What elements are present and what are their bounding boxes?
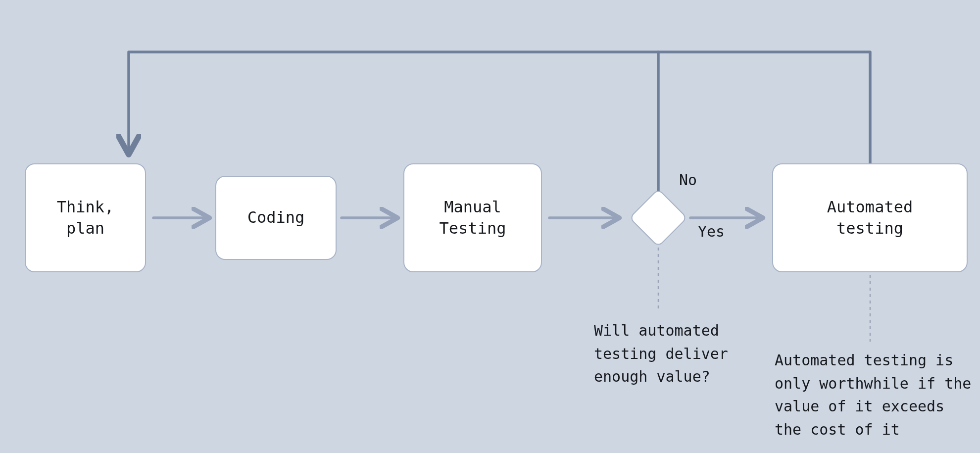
decision-label-yes: Yes bbox=[698, 223, 725, 240]
decision-label-no: No bbox=[679, 171, 697, 189]
node-automated-testing: Automated testing bbox=[772, 163, 968, 272]
decision-diamond-shape bbox=[629, 189, 688, 248]
node-label: Manual Testing bbox=[440, 197, 506, 239]
node-coding: Coding bbox=[215, 176, 337, 260]
node-label: Automated testing bbox=[827, 197, 913, 239]
node-label: Think, plan bbox=[57, 197, 114, 239]
flow-diagram: Think, plan Coding Manual Testing No Yes… bbox=[0, 0, 980, 453]
feedback-edge-automated-to-think bbox=[129, 52, 870, 163]
node-decision bbox=[637, 197, 679, 239]
node-manual-testing: Manual Testing bbox=[403, 163, 542, 272]
note-decision: Will automated testing deliver enough va… bbox=[594, 319, 747, 389]
node-label: Coding bbox=[247, 207, 305, 228]
note-automated: Automated testing is only worthwhile if … bbox=[775, 349, 978, 441]
node-think-plan: Think, plan bbox=[25, 163, 146, 272]
